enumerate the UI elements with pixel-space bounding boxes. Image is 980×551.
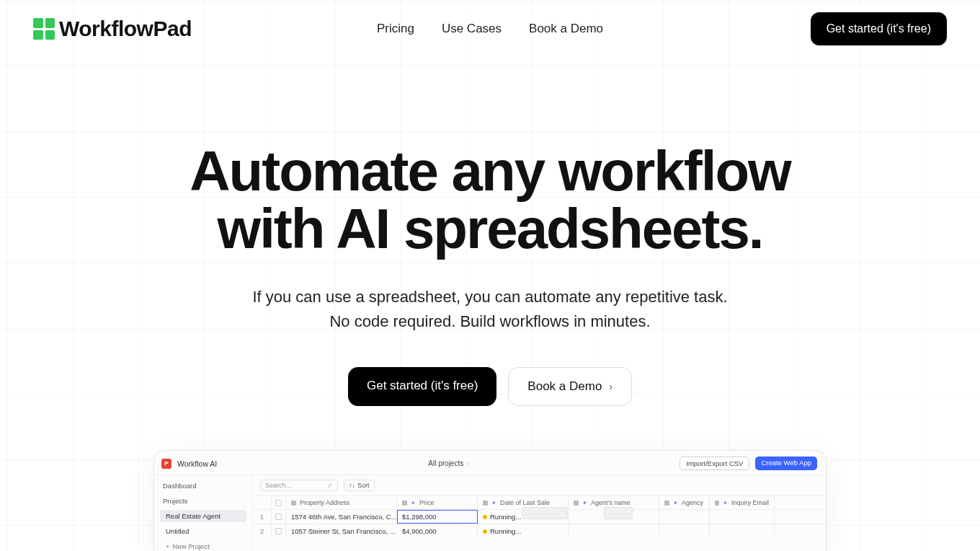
hero-subtitle: If you can use a spreadsheet, you can au…: [0, 285, 980, 334]
row-index: 2: [253, 524, 272, 538]
ai-sparkle-icon: ✦: [673, 500, 678, 506]
preview-toolbar: Search... ⤢ ↑↓ Sort: [253, 475, 826, 495]
cell-agency[interactable]: [659, 524, 710, 538]
app-preview: P Workflow AI All projects › Import/Expo…: [153, 450, 827, 551]
preview-sort-button[interactable]: ↑↓ Sort: [344, 480, 375, 491]
hero-secondary-button[interactable]: Book a Demo ›: [508, 367, 632, 406]
preview-import-export-button[interactable]: Import/Export CSV: [680, 457, 749, 470]
sort-icon: ↑↓: [349, 482, 355, 489]
brand[interactable]: WorkflowPad: [33, 17, 192, 41]
cell-inquiry[interactable]: [710, 524, 775, 538]
preview-breadcrumb[interactable]: All projects ›: [428, 459, 468, 467]
table-row[interactable]: 2 1057 Steiner St, San Francisco, ... $4…: [253, 524, 826, 538]
chevron-right-icon: ›: [609, 381, 612, 392]
sidebar-section-projects: Projects: [160, 495, 246, 507]
hero-headline: Automate any workflow with AI spreadshee…: [0, 143, 980, 257]
sidebar-item-new-project[interactable]: New Project: [160, 540, 246, 551]
brand-logo-icon: [33, 18, 55, 40]
row-checkbox[interactable]: [275, 513, 282, 520]
hero-headline-line2: with AI spreadsheets.: [217, 197, 762, 260]
checkbox-all[interactable]: [275, 500, 282, 506]
col-agency[interactable]: ✦Agency: [659, 496, 710, 509]
nav-links: Pricing Use Cases Book a Demo: [377, 22, 603, 36]
hero-sub-line1: If you can use a spreadsheet, you can au…: [0, 285, 980, 309]
ai-sparkle-icon: ✦: [582, 500, 587, 506]
search-placeholder: Search...: [265, 482, 291, 489]
hero-sub-line2: No code required. Build workflows in min…: [0, 309, 980, 334]
sidebar-item-real-estate[interactable]: Real Estate Agent: [160, 510, 246, 522]
hero: Automate any workflow with AI spreadshee…: [0, 143, 980, 406]
nav-link-use-cases[interactable]: Use Cases: [442, 22, 502, 36]
col-property-address[interactable]: Property Address: [286, 496, 397, 509]
ai-sparkle-icon: ✦: [723, 500, 728, 506]
ghost-action-chip: [604, 507, 633, 519]
cell-address[interactable]: 1574 46th Ave, San Francisco, C...: [286, 510, 397, 524]
ai-sparkle-icon: ✦: [411, 500, 416, 506]
ghost-action-chip: [522, 507, 568, 519]
nav-link-pricing[interactable]: Pricing: [377, 22, 414, 36]
preview-app-logo-icon: P: [161, 459, 172, 469]
top-nav: WorkflowPad Pricing Use Cases Book a Dem…: [0, 0, 980, 50]
preview-search-input[interactable]: Search... ⤢: [260, 480, 338, 491]
cell-agency[interactable]: [659, 510, 710, 524]
col-inquiry-email[interactable]: ✦Inquiry Email: [710, 496, 775, 509]
preview-app-name: Workflow AI: [177, 459, 217, 468]
hero-cta-row: Get started (it's free) Book a Demo ›: [0, 367, 980, 406]
col-price[interactable]: ✦Price: [397, 496, 478, 509]
row-index: 1: [253, 510, 272, 524]
sidebar-item-dashboard[interactable]: Dashboard: [160, 480, 246, 492]
preview-create-webapp-button[interactable]: Create Web App: [755, 457, 817, 470]
cell-inquiry[interactable]: [710, 510, 775, 524]
sidebar-item-untitled[interactable]: Untitled: [160, 525, 246, 537]
chevron-right-icon: ›: [466, 460, 468, 467]
hero-headline-line1: Automate any workflow: [190, 139, 790, 203]
cell-address[interactable]: 1057 Steiner St, San Francisco, ...: [286, 524, 397, 538]
nav-cta-button[interactable]: Get started (it's free): [811, 12, 947, 45]
ai-sparkle-icon: ✦: [491, 500, 496, 506]
preview-sidebar: Dashboard Projects Real Estate Agent Unt…: [154, 475, 253, 551]
expand-icon: ⤢: [327, 482, 333, 489]
cell-price[interactable]: $1,298,000: [397, 510, 478, 524]
hero-primary-button[interactable]: Get started (it's free): [348, 367, 496, 406]
preview-main: Search... ⤢ ↑↓ Sort Property Address ✦Pr…: [253, 475, 826, 551]
cell-agent[interactable]: [569, 524, 659, 538]
cell-date[interactable]: Running...: [478, 524, 569, 538]
nav-link-book-demo[interactable]: Book a Demo: [529, 22, 603, 36]
row-checkbox[interactable]: [275, 528, 282, 534]
cell-price[interactable]: $4,900,000: [397, 524, 478, 538]
status-dot-icon: [483, 529, 487, 534]
status-dot-icon: [483, 515, 487, 519]
hero-secondary-label: Book a Demo: [527, 379, 602, 394]
preview-topbar: P Workflow AI All projects › Import/Expo…: [154, 451, 826, 475]
brand-name: WorkflowPad: [59, 17, 192, 41]
